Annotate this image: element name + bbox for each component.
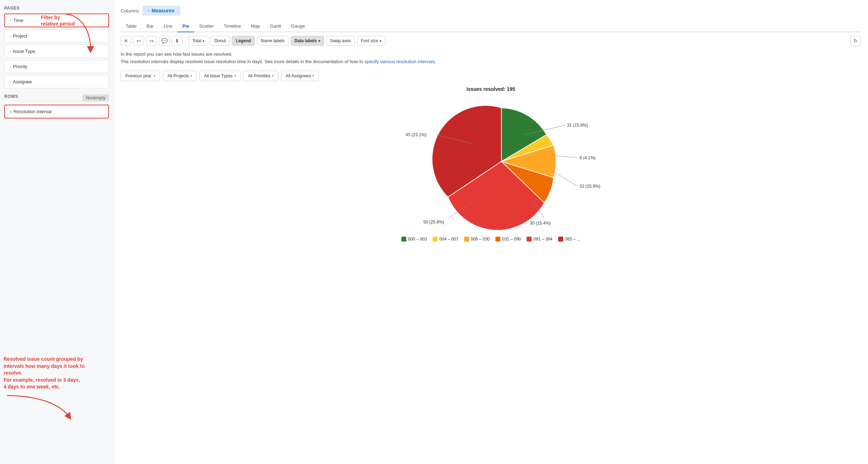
chevron-icon: › xyxy=(10,65,11,68)
chevron-icon: › xyxy=(10,18,11,22)
filter-all-issue-types[interactable]: All Issue Types ▾ xyxy=(199,71,240,81)
tab-timeline[interactable]: Timeline xyxy=(219,21,246,32)
info-link[interactable]: specify various resolution intervals xyxy=(364,59,435,64)
tab-line[interactable]: Line xyxy=(159,21,177,32)
legend-button[interactable]: Legend xyxy=(232,36,255,46)
legend-label-2: 008 – 030 xyxy=(471,237,490,242)
chevron-icon: › xyxy=(10,80,11,84)
nonempty-badge: Nonempty xyxy=(82,94,109,101)
resolved-arrow xyxy=(4,392,75,420)
redo-button[interactable]: ↪ xyxy=(146,36,157,46)
chevron-icon: › xyxy=(10,49,11,53)
caret-icon: ▾ xyxy=(312,74,314,78)
cut-button[interactable]: ✕ xyxy=(121,36,131,46)
sidebar-item-assignee[interactable]: › Assignee xyxy=(4,75,109,88)
tab-gauge[interactable]: Gauge xyxy=(286,21,310,32)
sidebar-item-project[interactable]: › Project xyxy=(4,29,109,43)
resolved-annotation-text: Resolved issue count grouped by interval… xyxy=(4,356,103,391)
measures-label: Measures xyxy=(152,8,175,13)
filter-all-assignees[interactable]: All Assignees ▾ xyxy=(281,71,319,81)
filter-all-priorities[interactable]: All Priorities ▾ xyxy=(243,71,278,81)
chart-title: Issues resolved: 195 xyxy=(467,86,515,92)
data-label-4: 50 (25.6%) xyxy=(423,220,444,225)
tab-pie[interactable]: Pie xyxy=(177,21,194,32)
data-label-0: 31 (15.9%) xyxy=(567,123,588,128)
legend-label-0: 000 – 003 xyxy=(408,237,427,242)
sidebar-item-time[interactable]: › Time xyxy=(4,13,109,27)
legend-color-4 xyxy=(527,237,532,242)
sidebar-item-label: Priority xyxy=(13,64,27,69)
legend-item-4: 091 – 364 xyxy=(527,237,552,242)
sidebar-item-label: Time xyxy=(13,18,23,23)
data-label-2: 31 (15.9%) xyxy=(579,184,600,189)
pie-chart-container: 31 (15.9%) 8 (4.1%) 31 (15.9%) 30 (15.4%… xyxy=(367,98,615,232)
svg-line-4 xyxy=(551,170,578,186)
swap-axes-button[interactable]: Swap axes xyxy=(326,36,355,46)
measures-chip[interactable]: › Measures xyxy=(142,6,180,16)
chevron-icon: › xyxy=(10,109,11,114)
legend: 000 – 003 004 – 007 008 – 030 031 – 090 … xyxy=(401,237,580,242)
sidebar-item-resolution[interactable]: › Resolution interval xyxy=(4,105,109,118)
pages-label: Pages xyxy=(4,6,109,11)
data-label-5: 45 (23.1%) xyxy=(406,132,427,137)
font-size-button[interactable]: Font size ▾ xyxy=(357,36,385,46)
legend-color-2 xyxy=(464,237,469,242)
tab-scatter[interactable]: Scatter xyxy=(194,21,219,32)
filter-all-projects[interactable]: All Projects ▾ xyxy=(163,71,197,81)
filters-row: Previous year. ▾ All Projects ▾ All Issu… xyxy=(121,71,861,81)
chart-area: Issues resolved: 195 xyxy=(121,86,861,242)
tab-table[interactable]: Table xyxy=(121,21,142,32)
legend-label-3: 031 – 090 xyxy=(502,237,521,242)
data-label-1: 8 (4.1%) xyxy=(579,155,595,160)
info-box: In the report you can see how fast issue… xyxy=(121,51,861,66)
legend-label-5: 365 – ... xyxy=(565,237,580,242)
tab-gantt[interactable]: Gantt xyxy=(265,21,286,32)
legend-item-1: 004 – 007 xyxy=(433,237,458,242)
undo-button[interactable]: ↩ xyxy=(133,36,144,46)
refresh-button[interactable]: ↻ xyxy=(850,36,861,46)
sidebar-item-label: Project xyxy=(13,33,27,39)
tab-bar[interactable]: Bar xyxy=(142,21,159,32)
legend-label-1: 004 – 007 xyxy=(439,237,458,242)
legend-item-0: 000 – 003 xyxy=(401,237,427,242)
legend-color-1 xyxy=(433,237,438,242)
legend-color-5 xyxy=(558,237,563,242)
legend-item-5: 365 – ... xyxy=(558,237,580,242)
download-button[interactable]: ⬇ xyxy=(172,36,182,46)
comment-button[interactable]: 💬 xyxy=(159,36,170,46)
legend-item-2: 008 – 030 xyxy=(464,237,490,242)
sidebar-item-label: Assignee xyxy=(13,79,32,84)
caret-icon: ▾ xyxy=(190,74,192,78)
rows-label: Rows xyxy=(4,94,18,99)
total-button[interactable]: Total ▾ xyxy=(188,36,208,46)
columns-row: Columns › Measures xyxy=(121,6,861,16)
sidebar-item-label: Issue Type xyxy=(13,49,35,54)
caret-icon: ▾ xyxy=(234,74,236,78)
toolbar: ✕ ↩ ↪ 💬 ⬇ Total ▾ Donut Legend Name labe… xyxy=(121,36,861,46)
tab-map[interactable]: Map xyxy=(246,21,265,32)
legend-color-3 xyxy=(495,237,500,242)
sidebar-item-label: Resolution interval xyxy=(13,109,51,114)
legend-color-0 xyxy=(401,237,406,242)
info-line1: In the report you can see how fast issue… xyxy=(121,51,232,57)
toolbar-separator xyxy=(185,37,186,44)
donut-button[interactable]: Donut xyxy=(210,36,230,46)
info-line2: The resolution intervals display resolve… xyxy=(121,59,364,64)
chip-chevron-icon: › xyxy=(148,9,149,13)
caret-icon: ▾ xyxy=(272,74,274,78)
chevron-icon: › xyxy=(10,34,11,38)
chart-tabs: Table Bar Line Pie Scatter Timeline Map … xyxy=(121,21,861,32)
sidebar-item-issuetype[interactable]: › Issue Type xyxy=(4,45,109,58)
legend-label-4: 091 – 364 xyxy=(533,237,552,242)
filter-previous-year[interactable]: Previous year. ▾ xyxy=(121,71,160,81)
pie-chart-svg: 31 (15.9%) 8 (4.1%) 31 (15.9%) 30 (15.4%… xyxy=(367,98,615,232)
info-line3: . xyxy=(435,59,436,64)
columns-label: Columns xyxy=(121,8,139,13)
legend-item-3: 031 – 090 xyxy=(495,237,521,242)
name-labels-button[interactable]: Name labels xyxy=(257,36,289,46)
data-label-3: 30 (15.4%) xyxy=(530,221,551,226)
sidebar-item-priority[interactable]: › Priority xyxy=(4,60,109,73)
data-labels-button[interactable]: Data labels ▾ xyxy=(291,36,324,46)
caret-icon: ▾ xyxy=(154,74,155,78)
